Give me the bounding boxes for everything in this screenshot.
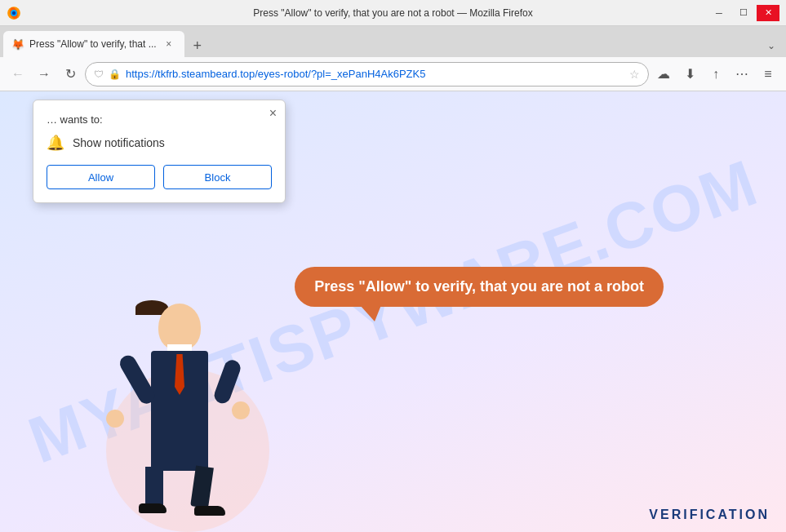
character-illustration (82, 271, 310, 532)
refresh-button[interactable]: ↻ (59, 63, 82, 86)
notification-permission-popup: × … wants to: 🔔 Show notifications Allow… (33, 100, 286, 203)
active-tab[interactable]: 🦊 Press "Allow" to verify, that ... × (3, 31, 184, 57)
firefox-logo-icon (7, 6, 21, 20)
character-hand-left (106, 410, 124, 428)
bell-icon: 🔔 (47, 134, 64, 152)
tab-title: Press "Allow" to verify, that ... (29, 38, 157, 50)
tab-dropdown-button[interactable]: ⌄ (760, 34, 783, 57)
close-button[interactable]: ✕ (757, 5, 779, 21)
speech-bubble-text: Press "Allow" to verify, that you are no… (314, 278, 644, 295)
downloads-button[interactable]: ⬇ (678, 63, 701, 86)
block-button[interactable]: Block (163, 165, 272, 189)
popup-wants-to-text: … wants to: (47, 113, 272, 126)
maximize-button[interactable]: ☐ (732, 5, 755, 21)
tabbar: 🦊 Press "Allow" to verify, that ... × + … (0, 26, 786, 57)
character-shoe-left (139, 503, 167, 513)
new-tab-button[interactable]: + (186, 34, 209, 57)
svg-point-3 (12, 11, 16, 15)
url-display: https://tkfrb.steambeard.top/eyes-robot/… (126, 68, 624, 80)
browser-content: MYANTISPYWARE.COM × … wants to: 🔔 Show n… (0, 91, 786, 532)
back-button[interactable]: ← (7, 63, 29, 86)
popup-action-buttons: Allow Block (47, 165, 272, 189)
character-pants (151, 422, 208, 471)
minimize-button[interactable]: ─ (708, 5, 730, 21)
forward-button[interactable]: → (33, 63, 56, 86)
tab-favicon-icon: 🦊 (11, 38, 24, 51)
titlebar-buttons: ─ ☐ ✕ (708, 5, 779, 21)
sync-button[interactable]: ☁ (652, 63, 675, 86)
lock-icon: 🔒 (109, 69, 121, 80)
navigation-toolbar: ← → ↻ 🛡 🔒 https://tkfrb.steambeard.top/e… (0, 57, 786, 91)
character-hand-right (232, 401, 250, 419)
titlebar: Press "Allow" to verify, that you are no… (0, 0, 786, 26)
popup-close-button[interactable]: × (269, 107, 277, 120)
bookmark-star-icon[interactable]: ☆ (629, 68, 640, 81)
extensions-button[interactable]: ⋯ (730, 63, 753, 86)
tab-close-button[interactable]: × (162, 37, 176, 51)
character-leg-left (145, 467, 163, 508)
toolbar-right-buttons: ☁ ⬇ ↑ ⋯ ≡ (652, 63, 779, 86)
address-bar[interactable]: 🛡 🔒 https://tkfrb.steambeard.top/eyes-ro… (85, 62, 649, 86)
popup-permission-row: 🔔 Show notifications (47, 134, 272, 152)
permission-label: Show notifications (73, 136, 165, 149)
titlebar-title: Press "Allow" to verify, that you are no… (253, 7, 532, 19)
speech-bubble: Press "Allow" to verify, that you are no… (295, 267, 664, 307)
titlebar-left (7, 6, 21, 20)
shield-icon: 🛡 (94, 69, 104, 80)
character-body (131, 304, 229, 499)
allow-button[interactable]: Allow (47, 165, 155, 189)
menu-button[interactable]: ≡ (757, 63, 779, 86)
share-button[interactable]: ↑ (704, 63, 727, 86)
verification-label: VERIFICATION (649, 508, 770, 522)
character-shoe-right (194, 506, 225, 516)
